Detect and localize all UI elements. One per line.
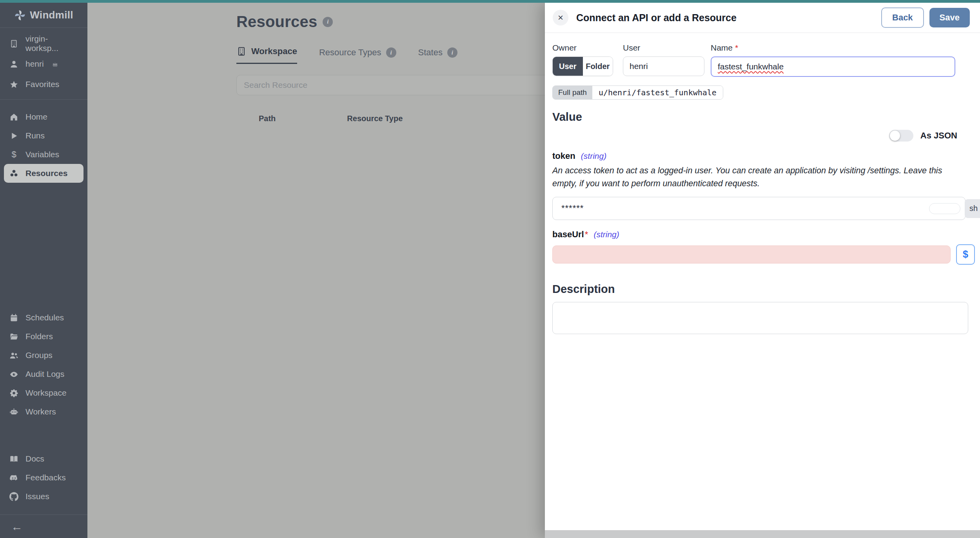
value-section-heading: Value: [552, 111, 980, 124]
token-field-label: token (string): [552, 151, 980, 161]
as-json-toggle[interactable]: [889, 130, 913, 142]
token-masked-value: ******: [561, 203, 584, 213]
tab-resource-types-label: Resource Types: [319, 47, 381, 58]
sidebar-primary-nav: Home Runs $ Variables Resources: [0, 102, 87, 185]
windmill-logo-icon: [14, 9, 26, 21]
sidebar-gap: [0, 423, 87, 444]
windmill-app: Windmill virgin-worksp... henri: [0, 0, 980, 538]
building-icon: [236, 46, 247, 56]
sidebar-item-schedules[interactable]: Schedules: [4, 308, 83, 327]
collapse-sidebar-icon[interactable]: ←: [11, 521, 23, 533]
sidebar-context-group: virgin-worksp... henri Favorites: [0, 28, 87, 97]
folder-icon: [9, 332, 18, 341]
username: henri: [25, 59, 44, 69]
full-path-value: u/henri/fastest_funkwhale: [592, 86, 723, 99]
groups-label: Groups: [25, 351, 53, 360]
full-path-badge: Full path: [553, 86, 592, 99]
info-icon[interactable]: i: [323, 17, 333, 27]
token-input[interactable]: ****** sh: [552, 197, 965, 220]
issues-label: Issues: [25, 492, 49, 501]
home-label: Home: [25, 112, 47, 122]
close-icon[interactable]: ×: [553, 10, 568, 25]
building-icon: [9, 39, 18, 48]
windmill-logo-text: Windmill: [30, 9, 73, 21]
token-field-description: An access token to act as a logged-in us…: [552, 164, 966, 191]
sidebar-item-docs[interactable]: Docs: [4, 449, 83, 468]
workspace-settings-label: Workspace: [25, 388, 67, 398]
resource-name-input[interactable]: fastest_funkwhale: [711, 56, 955, 77]
sidebar-collapse-row: ←: [0, 514, 87, 538]
show-token-button[interactable]: sh: [965, 199, 980, 218]
owner-user-input[interactable]: [623, 56, 704, 76]
drawer-header: × Connect an API or add a Resource Back …: [545, 3, 980, 33]
workspace-name: virgin-worksp...: [25, 34, 78, 53]
owner-option-user[interactable]: User: [553, 57, 583, 76]
sidebar-item-variables[interactable]: $ Variables: [4, 145, 83, 164]
sidebar-item-groups[interactable]: Groups: [4, 346, 83, 365]
sidebar-admin-nav: Schedules Folders Groups: [0, 303, 87, 423]
required-asterisk: *: [735, 43, 738, 52]
audit-logs-label: Audit Logs: [25, 369, 64, 379]
owner-option-folder[interactable]: Folder: [583, 57, 613, 76]
required-asterisk: *: [585, 229, 588, 239]
back-button[interactable]: Back: [881, 7, 924, 28]
toggle-knob: [890, 131, 900, 141]
as-json-label: As JSON: [920, 131, 957, 141]
owner-toggle: User Folder: [552, 56, 613, 76]
sidebar-item-user[interactable]: henri: [4, 54, 83, 74]
windmill-logo[interactable]: Windmill: [0, 3, 87, 28]
add-resource-drawer: × Connect an API or add a Resource Back …: [545, 3, 980, 538]
tab-resource-types[interactable]: Resource Types i: [319, 47, 396, 64]
owner-label: Owner: [552, 43, 613, 53]
star-icon: [9, 80, 18, 89]
sidebar-item-folders[interactable]: Folders: [4, 327, 83, 346]
column-header-resource-type: Resource Type: [347, 114, 403, 123]
crown-icon: [52, 61, 58, 67]
github-icon: [9, 492, 18, 501]
sidebar-item-workspace-switcher[interactable]: virgin-worksp...: [4, 33, 83, 54]
play-icon: [9, 131, 18, 140]
workers-label: Workers: [25, 407, 56, 416]
users-icon: [9, 351, 18, 360]
sidebar-item-workspace-settings[interactable]: Workspace: [4, 384, 83, 402]
sidebar-item-runs[interactable]: Runs: [4, 126, 83, 145]
full-path-display: Full path u/henri/fastest_funkwhale: [552, 85, 723, 100]
drawer-title: Connect an API or add a Resource: [576, 12, 737, 24]
token-field-type: (string): [581, 151, 606, 160]
baseurl-field-type: (string): [593, 230, 619, 239]
dollar-icon: $: [9, 149, 18, 160]
info-icon: i: [386, 47, 396, 58]
baseurl-input[interactable]: [552, 245, 951, 264]
horizontal-scrollbar[interactable]: [545, 530, 980, 538]
description-section-heading: Description: [552, 283, 980, 296]
as-json-row: As JSON: [552, 130, 967, 142]
sidebar-help-nav: Docs Feedbacks Issues: [0, 444, 87, 508]
sidebar-item-feedbacks[interactable]: Feedbacks: [4, 468, 83, 487]
sidebar-item-favorites[interactable]: Favorites: [4, 74, 83, 95]
description-textarea[interactable]: [552, 302, 968, 334]
tab-workspace-label: Workspace: [251, 46, 297, 56]
tab-states[interactable]: States i: [418, 47, 457, 64]
tab-states-label: States: [418, 47, 443, 58]
variable-picker-button[interactable]: $: [956, 244, 975, 265]
sidebar-item-home[interactable]: Home: [4, 107, 83, 126]
calendar-icon: [9, 313, 18, 322]
token-field-name: token: [552, 151, 575, 161]
column-header-path: Path: [259, 114, 276, 123]
home-icon: [9, 113, 18, 122]
schedules-label: Schedules: [25, 313, 64, 322]
docs-label: Docs: [25, 454, 44, 463]
boxes-icon: [9, 169, 18, 178]
sidebar-item-workers[interactable]: Workers: [4, 402, 83, 421]
tab-workspace[interactable]: Workspace: [236, 46, 297, 64]
save-button[interactable]: Save: [929, 8, 970, 27]
favorites-label: Favorites: [25, 80, 59, 89]
baseurl-field-name: baseUrl: [552, 229, 584, 239]
sidebar-item-resources[interactable]: Resources: [4, 164, 83, 183]
robot-icon: [9, 407, 18, 416]
sidebar-item-issues[interactable]: Issues: [4, 487, 83, 506]
token-reveal-toggle[interactable]: [929, 203, 960, 214]
sidebar-item-audit-logs[interactable]: Audit Logs: [4, 365, 83, 384]
resource-name-value: fastest_funkwhale: [718, 62, 784, 71]
top-accent-bar: [0, 0, 980, 3]
